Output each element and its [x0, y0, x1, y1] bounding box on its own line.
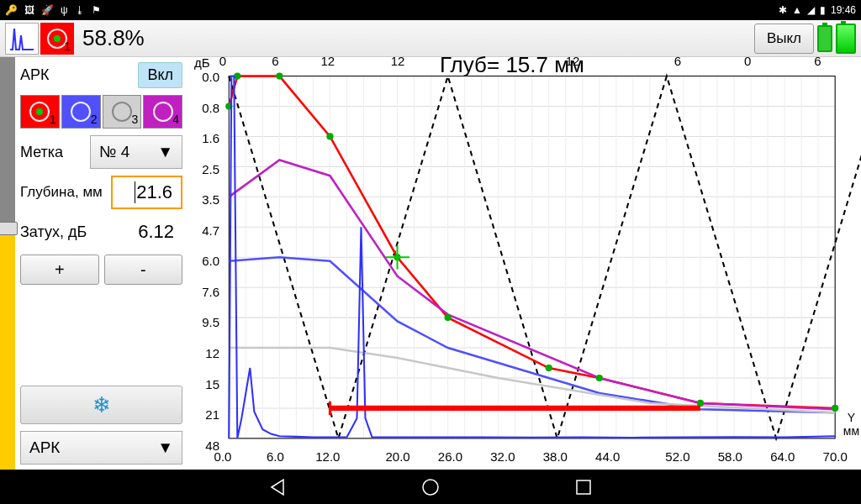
channel-4-button[interactable]: 4 [143, 95, 182, 129]
usb-icon: ψ [61, 4, 68, 16]
svg-point-56 [444, 314, 451, 321]
bluetooth-icon: ✱ [779, 4, 787, 16]
android-status-bar: 🔑 🖼 🚀 ψ ⭳ ⚑ ✱ ▲ ◢ ▮ 19:46 [0, 0, 861, 20]
chart: дБ 06121212606 Глуб= 15.7 мм 0.00.81.62.… [188, 57, 861, 470]
svg-point-52 [234, 72, 240, 79]
battery-icon: ▮ [820, 4, 826, 16]
svg-point-60 [832, 405, 838, 412]
svg-marker-65 [272, 480, 283, 495]
flag-icon: ⚑ [92, 4, 101, 16]
channel-selector: 1 2 3 4 [20, 95, 182, 129]
download-icon: ⭳ [75, 4, 85, 16]
active-channel-indicator[interactable]: 1 [40, 23, 74, 55]
channel-2-button[interactable]: 2 [61, 95, 101, 129]
chevron-down-icon: ▼ [157, 438, 173, 457]
marker-label: Метка [20, 144, 63, 161]
battery-small-icon [817, 25, 832, 52]
svg-point-54 [326, 133, 333, 139]
home-icon[interactable] [421, 478, 440, 496]
depth-input[interactable]: 21.6 [111, 176, 182, 209]
back-icon[interactable] [268, 478, 287, 496]
chart-plot [188, 57, 861, 463]
mode-select[interactable]: АРК▼ [20, 431, 182, 465]
panel-title: АРК [20, 66, 50, 84]
ark-enable-toggle[interactable]: Вкл [138, 62, 182, 88]
android-nav-bar [0, 470, 861, 504]
power-off-button[interactable]: Выкл [754, 24, 814, 54]
ascan-view-button[interactable] [5, 23, 39, 55]
y-ticks: 0.00.81.62.53.54.76.07.69.512152148 [188, 57, 223, 470]
atten-value: 6.12 [111, 216, 182, 248]
marker-select[interactable]: № 4▼ [90, 135, 182, 169]
picture-icon: 🖼 [24, 4, 34, 16]
snowflake-icon: ❄ [92, 392, 111, 418]
toolbar: 1 58.8% Выкл [0, 20, 861, 57]
svg-point-53 [276, 72, 283, 79]
clock: 19:46 [831, 4, 856, 16]
x-ticks: 0.06.012.020.026.032.038.044.052.058.064… [223, 449, 853, 470]
signal-icon: ◢ [807, 4, 815, 16]
plus-button[interactable]: + [20, 255, 99, 285]
minus-button[interactable]: - [104, 255, 183, 285]
freeze-button[interactable]: ❄ [20, 386, 182, 424]
chevron-down-icon: ▼ [157, 143, 173, 161]
amplitude-percent: 58.8% [82, 25, 145, 51]
settings-panel: АРК Вкл 1 2 3 4 Метка № 4▼ Глубина, мм 2… [15, 57, 188, 470]
depth-label: Глубина, мм [20, 184, 103, 201]
svg-point-66 [423, 480, 438, 495]
wifi-icon: ▲ [792, 4, 802, 16]
svg-point-59 [697, 400, 704, 407]
svg-point-58 [596, 375, 603, 381]
gain-slider[interactable] [0, 57, 15, 470]
recent-icon[interactable] [574, 478, 593, 496]
atten-label: Затух, дБ [20, 223, 87, 241]
x-axis-label: Yмм [843, 412, 859, 438]
key-icon: 🔑 [5, 4, 18, 16]
channel-1-button[interactable]: 1 [20, 95, 60, 129]
rocket-icon: 🚀 [41, 4, 54, 16]
battery-large-icon [836, 24, 856, 54]
channel-3-button[interactable]: 3 [103, 95, 142, 129]
svg-point-57 [546, 365, 552, 371]
svg-rect-67 [577, 480, 590, 494]
